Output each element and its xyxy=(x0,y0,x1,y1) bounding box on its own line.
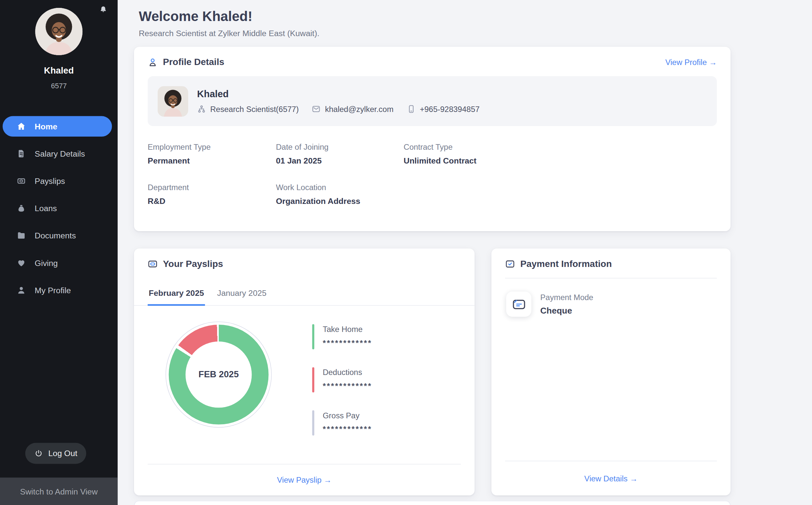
payslips-icon xyxy=(17,177,26,185)
designation-item: Research Scientist(6577) xyxy=(197,105,299,113)
legend-take-home: Take Home ************ xyxy=(312,324,372,349)
person-outline-icon xyxy=(148,57,158,67)
sidebar-item-my-profile[interactable]: My Profile xyxy=(3,280,112,301)
profile-details-card: Profile Details View Profile → xyxy=(134,47,730,231)
legend-color-bar xyxy=(312,367,314,392)
switch-to-admin-view[interactable]: Switch to Admin View xyxy=(0,477,118,505)
sidebar-item-label: Home xyxy=(35,122,57,131)
power-icon xyxy=(34,449,43,458)
employee-avatar xyxy=(158,86,188,117)
documents-icon xyxy=(17,231,26,240)
payslip-month-tabs: February 2025 January 2025 xyxy=(134,284,475,306)
view-details-link[interactable]: View Details → xyxy=(584,474,638,483)
sidebar-employee-id: 6577 xyxy=(0,82,118,90)
email-item: khaled@zylker.com xyxy=(312,105,393,113)
employee-name: Khaled xyxy=(197,89,480,100)
payment-mode-label: Payment Mode xyxy=(540,293,593,301)
hierarchy-icon xyxy=(197,105,206,113)
view-profile-link[interactable]: View Profile → xyxy=(665,58,717,67)
logout-label: Log Out xyxy=(48,449,77,458)
legend-gross-pay: Gross Pay ************ xyxy=(312,410,372,436)
field-employment-type: Employment Type Permanent xyxy=(148,143,276,165)
salary-details-icon xyxy=(17,149,26,158)
next-card-top-edge xyxy=(134,501,730,505)
field-contract-type: Contract Type Unlimited Contract xyxy=(404,143,717,165)
checkbox-check-icon xyxy=(505,259,515,269)
sidebar-item-giving[interactable]: Giving xyxy=(3,253,112,273)
giving-heart-icon xyxy=(17,259,26,267)
employment-details-grid: Employment Type Permanent Date of Joinin… xyxy=(134,126,730,206)
payslip-legend: Take Home ************ Deductions ******… xyxy=(312,321,372,454)
cheque-icon xyxy=(512,297,526,311)
sidebar: Khaled 6577 Home Salary Details Payslips xyxy=(0,0,118,505)
mobile-phone-icon xyxy=(407,105,416,113)
field-work-location: Work Location Organization Address xyxy=(276,183,404,206)
home-icon xyxy=(17,122,26,131)
sidebar-item-label: Loans xyxy=(35,204,57,213)
view-payslip-link[interactable]: View Payslip → xyxy=(277,476,331,484)
payslips-card-title: Your Payslips xyxy=(163,259,223,270)
tab-february-2025[interactable]: February 2025 xyxy=(148,284,205,306)
sidebar-item-loans[interactable]: Loans xyxy=(3,198,112,218)
page-subtitle: Research Scientist at Zylker Middle East… xyxy=(139,29,319,38)
logout-button[interactable]: Log Out xyxy=(25,443,87,464)
legend-deductions: Deductions ************ xyxy=(312,367,372,392)
user-avatar xyxy=(35,8,83,55)
tab-january-2025[interactable]: January 2025 xyxy=(216,284,268,306)
sidebar-item-label: My Profile xyxy=(35,286,71,295)
your-payslips-card: Your Payslips February 2025 January 2025… xyxy=(134,248,475,495)
payment-card-title: Payment Information xyxy=(520,259,612,270)
sidebar-item-label: Salary Details xyxy=(35,149,85,159)
loans-icon xyxy=(17,204,26,213)
sidebar-nav: Home Salary Details Payslips Loans xyxy=(0,116,118,301)
employee-designation: Research Scientist(6577) xyxy=(210,105,299,113)
donut-center-label: FEB 2025 xyxy=(169,325,269,425)
payslip-donut-chart: FEB 2025 xyxy=(166,321,272,428)
employee-phone: +965-928394857 xyxy=(420,105,480,113)
payslips-donut: FEB 2025 xyxy=(169,325,269,425)
payment-information-card: Payment Information Payment Mode Cheque … xyxy=(491,248,730,495)
page-title: Welcome Khaled! xyxy=(139,9,252,25)
legend-color-bar xyxy=(312,410,314,436)
payslip-note-icon xyxy=(148,259,158,269)
legend-color-bar xyxy=(312,324,314,349)
cheque-tile xyxy=(506,292,531,317)
sidebar-item-payslips[interactable]: Payslips xyxy=(3,171,112,191)
sidebar-item-label: Payslips xyxy=(35,176,65,186)
main-content: Welcome Khaled! Research Scientist at Zy… xyxy=(118,0,812,505)
field-date-of-joining: Date of Joining 01 Jan 2025 xyxy=(276,143,404,165)
mail-icon xyxy=(312,105,321,113)
phone-item: +965-928394857 xyxy=(407,105,480,113)
field-department: Department R&D xyxy=(148,183,276,206)
my-profile-icon xyxy=(17,286,26,295)
sidebar-item-documents[interactable]: Documents xyxy=(3,225,112,245)
sidebar-item-label: Documents xyxy=(35,231,76,240)
notification-bell-icon[interactable] xyxy=(99,5,107,14)
sidebar-user-name: Khaled xyxy=(0,66,118,76)
employee-summary-banner: Khaled Research Scientist(6577) xyxy=(148,76,717,126)
sidebar-item-salary-details[interactable]: Salary Details xyxy=(3,144,112,164)
employee-email: khaled@zylker.com xyxy=(325,105,393,113)
profile-card-title: Profile Details xyxy=(163,57,224,68)
employee-portal: Khaled 6577 Home Salary Details Payslips xyxy=(0,0,812,505)
sidebar-item-label: Giving xyxy=(35,258,58,268)
payment-mode-value: Cheque xyxy=(540,306,593,316)
sidebar-item-home[interactable]: Home xyxy=(3,116,112,137)
